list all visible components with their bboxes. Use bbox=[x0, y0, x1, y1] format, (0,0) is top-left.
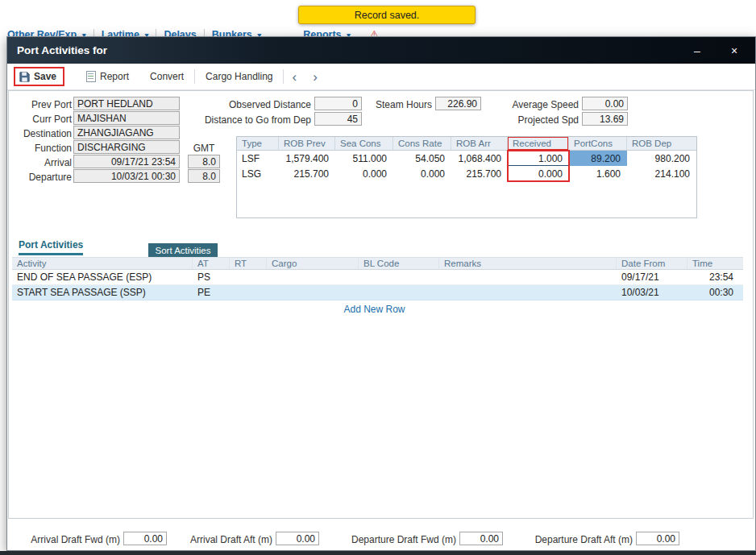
save-button-label: Save bbox=[34, 71, 56, 82]
distance-to-go-label: Distance to Go from Dep bbox=[166, 114, 311, 127]
remarks-cell bbox=[439, 270, 617, 284]
date-from-cell: 10/03/21 bbox=[617, 285, 687, 300]
save-button[interactable]: Save bbox=[19, 71, 56, 82]
activities-col-cargo: Cargo bbox=[267, 257, 359, 270]
add-new-row-link[interactable]: Add New Row bbox=[9, 304, 740, 315]
save-annotation-box: Save bbox=[14, 67, 64, 86]
bunker-rob-dep-cell[interactable]: 980.200 bbox=[627, 151, 696, 166]
gmt-label: GMT bbox=[188, 142, 220, 155]
cargo-handling-button[interactable]: Cargo Handling bbox=[195, 71, 283, 82]
next-port-arrow-icon[interactable]: › bbox=[305, 70, 326, 84]
activities-col-remarks: Remarks bbox=[439, 257, 617, 270]
previous-port-arrow-icon[interactable]: ‹ bbox=[284, 70, 305, 84]
arrival-draft-fwd-field[interactable] bbox=[123, 532, 167, 545]
bunker-row-lsf: LSF 1,579.400 511.000 54.050 1,068.400 1… bbox=[237, 151, 696, 166]
at-cell: PS bbox=[193, 270, 230, 284]
time-cell: 23:54 bbox=[687, 270, 743, 284]
report-button-label: Report bbox=[100, 71, 129, 82]
projected-speed-field[interactable] bbox=[582, 112, 628, 126]
arrival-datetime-field[interactable] bbox=[73, 155, 180, 168]
bl-code-cell bbox=[359, 285, 439, 300]
bunker-sea-cons-cell[interactable]: 0.000 bbox=[335, 166, 393, 181]
bunker-type-cell[interactable]: LSF bbox=[237, 151, 279, 166]
activities-col-at: AT bbox=[193, 257, 230, 270]
window-bottom-edge bbox=[0, 551, 756, 555]
activity-cell: START SEA PASSAGE (SSP) bbox=[12, 285, 193, 300]
sort-activities-button[interactable]: Sort Activities bbox=[148, 243, 218, 258]
departure-draft-aft-label: Departure Draft Aft (m) bbox=[515, 533, 633, 547]
arrival-draft-aft-label: Arrival Draft Aft (m) bbox=[165, 533, 272, 547]
save-disk-icon bbox=[19, 72, 30, 82]
departure-gmt-field[interactable] bbox=[188, 169, 220, 183]
departure-draft-fwd-label: Departure Draft Fwd (m) bbox=[338, 533, 456, 547]
rt-cell bbox=[230, 270, 267, 284]
window-controls: – × bbox=[691, 44, 746, 57]
toast-text: Record saved. bbox=[355, 10, 420, 21]
steam-hours-label: Steam Hours bbox=[355, 98, 432, 112]
bunker-received-cell[interactable]: 0.000 bbox=[508, 166, 569, 181]
rt-cell bbox=[230, 285, 267, 300]
activity-row[interactable]: START SEA PASSAGE (SSP) PE 10/03/21 00:3… bbox=[12, 285, 743, 300]
bunker-received-cell[interactable]: 1.000 bbox=[508, 151, 569, 166]
bunker-rob-prev-cell[interactable]: 215.700 bbox=[279, 166, 335, 181]
port-activities-dialog: Port Activities for – × Save bbox=[6, 36, 756, 551]
dialog-titlebar: Port Activities for – × bbox=[7, 37, 755, 64]
bunker-rob-arr-cell[interactable]: 215.700 bbox=[451, 166, 508, 181]
distance-to-go-field[interactable] bbox=[314, 112, 362, 126]
cargo-cell bbox=[267, 285, 359, 300]
curr-port-label: Curr Port bbox=[9, 113, 72, 126]
bunker-col-type: Type bbox=[237, 137, 279, 151]
projected-speed-label: Projected Spd bbox=[460, 114, 579, 127]
function-field[interactable] bbox=[73, 140, 180, 154]
destination-field[interactable] bbox=[73, 126, 180, 139]
bunker-row-lsg: LSG 215.700 0.000 0.000 215.700 0.000 1.… bbox=[237, 166, 696, 181]
departure-draft-fwd-field[interactable] bbox=[459, 532, 503, 545]
remarks-cell bbox=[439, 285, 617, 300]
bunker-portcons-cell-selected[interactable]: 89.200 bbox=[569, 151, 627, 166]
prev-port-field[interactable] bbox=[73, 97, 180, 110]
bunker-col-received: Received bbox=[508, 137, 569, 151]
bunker-type-cell[interactable]: LSG bbox=[237, 166, 279, 181]
arrival-label: Arrival bbox=[9, 156, 72, 170]
bunker-col-rob-arr: ROB Arr bbox=[451, 137, 508, 151]
date-from-cell: 09/17/21 bbox=[617, 270, 687, 284]
bunker-rob-prev-cell[interactable]: 1,579.400 bbox=[279, 151, 335, 166]
bunker-rob-arr-cell[interactable]: 1,068.400 bbox=[451, 151, 508, 166]
activities-table: Activity AT RT Cargo BL Code Remarks Dat… bbox=[12, 257, 743, 300]
destination-label: Destination bbox=[9, 127, 72, 141]
activities-col-bl-code: BL Code bbox=[359, 257, 439, 270]
minimize-icon[interactable]: – bbox=[691, 44, 704, 57]
average-speed-field[interactable] bbox=[582, 97, 628, 110]
dialog-content: Prev Port Curr Port Destination Function… bbox=[8, 90, 754, 519]
activity-cell: END OF SEA PASSAGE (ESP) bbox=[12, 270, 193, 284]
bunker-cons-rate-cell[interactable]: 0.000 bbox=[393, 166, 451, 181]
convert-button-label: Convert bbox=[150, 71, 184, 82]
report-icon bbox=[86, 71, 96, 82]
bunker-col-rob-prev: ROB Prev bbox=[279, 137, 335, 151]
departure-draft-aft-field[interactable] bbox=[636, 532, 679, 545]
arrival-draft-fwd-label: Arrival Draft Fwd (m) bbox=[14, 533, 120, 547]
dialog-title: Port Activities for bbox=[17, 44, 107, 56]
report-button[interactable]: Report bbox=[76, 71, 139, 82]
close-icon[interactable]: × bbox=[728, 44, 741, 57]
bunker-rob-dep-cell[interactable]: 214.100 bbox=[627, 166, 696, 181]
activity-row[interactable]: END OF SEA PASSAGE (ESP) PS 09/17/21 23:… bbox=[12, 270, 743, 285]
cargo-cell bbox=[267, 270, 359, 284]
activities-col-time: Time bbox=[687, 257, 743, 270]
time-cell: 00:30 bbox=[687, 285, 743, 300]
departure-label: Departure bbox=[9, 171, 72, 184]
bunker-portcons-cell[interactable]: 1.600 bbox=[569, 166, 627, 181]
departure-datetime-field[interactable] bbox=[73, 169, 180, 183]
activities-col-date-from: Date From bbox=[617, 257, 687, 270]
function-label: Function bbox=[9, 142, 72, 155]
drafts-row: Arrival Draft Fwd (m) Arrival Draft Aft … bbox=[7, 532, 755, 548]
arrival-draft-aft-field[interactable] bbox=[276, 532, 319, 545]
curr-port-field[interactable] bbox=[73, 111, 180, 125]
bunker-sea-cons-cell[interactable]: 511.000 bbox=[335, 151, 393, 166]
arrival-gmt-field[interactable] bbox=[188, 155, 220, 168]
tab-port-activities[interactable]: Port Activities bbox=[19, 239, 83, 255]
bunker-col-cons-rate: Cons Rate bbox=[393, 137, 451, 151]
convert-button[interactable]: Convert bbox=[139, 71, 194, 82]
bunker-cons-rate-cell[interactable]: 54.050 bbox=[393, 151, 451, 166]
bl-code-cell bbox=[359, 270, 439, 284]
